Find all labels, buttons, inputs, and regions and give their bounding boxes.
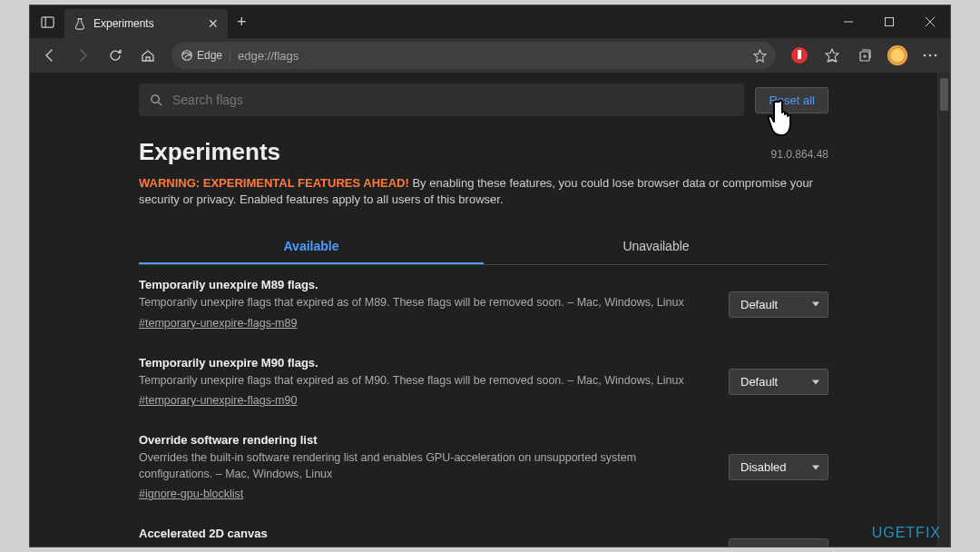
- svg-rect-4: [885, 18, 893, 26]
- maximize-button[interactable]: [868, 7, 909, 36]
- window-controls: [828, 7, 950, 36]
- extension-icon[interactable]: [785, 41, 814, 70]
- url-text: edge://flags: [238, 49, 746, 63]
- svg-point-12: [924, 54, 926, 57]
- reset-all-button[interactable]: Reset all: [755, 87, 828, 113]
- home-button[interactable]: [133, 41, 162, 70]
- close-window-button[interactable]: [909, 7, 950, 36]
- flag-list: Temporarily unexpire M89 flags.Temporari…: [139, 265, 828, 547]
- flag-state-select[interactable]: Default: [729, 369, 828, 395]
- watermark: UGETFIX: [872, 525, 941, 541]
- flag-state-select[interactable]: Default: [729, 291, 828, 318]
- tab-actions-icon[interactable]: [30, 15, 64, 29]
- scrollbar-thumb[interactable]: [940, 78, 948, 111]
- browser-window: Experiments ✕ + Edge edge://flags: [29, 5, 951, 547]
- flag-row: Accelerated 2D canvasEnables the use of …: [139, 514, 828, 547]
- back-button[interactable]: [35, 41, 64, 70]
- svg-point-13: [929, 54, 932, 57]
- favorites-icon[interactable]: [818, 41, 847, 70]
- flag-anchor-link[interactable]: #temporary-unexpire-flags-m90: [139, 394, 297, 407]
- scrollbar[interactable]: [937, 73, 950, 547]
- flag-row: Temporarily unexpire M89 flags.Temporari…: [139, 265, 828, 343]
- page-title: Experiments: [139, 138, 828, 166]
- flag-tabs: Available Unavailable: [139, 230, 828, 265]
- flag-row: Override software rendering listOverride…: [139, 420, 828, 514]
- flag-description: Overrides the built-in software renderin…: [139, 450, 710, 482]
- warning-text: WARNING: EXPERIMENTAL FEATURES AHEAD! By…: [139, 175, 828, 208]
- search-icon: [150, 94, 163, 107]
- addressbar[interactable]: Edge edge://flags: [172, 42, 776, 69]
- favorite-star-icon[interactable]: [753, 49, 767, 63]
- flag-state-select[interactable]: Disabled: [729, 454, 828, 480]
- page-content: Reset all Experiments 91.0.864.48 WARNIN…: [30, 73, 937, 547]
- flag-description: Temporarily unexpire flags that expired …: [139, 373, 710, 389]
- tab-close-button[interactable]: ✕: [208, 16, 219, 31]
- collections-icon[interactable]: [850, 41, 879, 70]
- warning-lead: WARNING: EXPERIMENTAL FEATURES AHEAD!: [139, 176, 409, 190]
- menu-button[interactable]: [916, 41, 945, 70]
- search-input[interactable]: [172, 93, 733, 107]
- new-tab-button[interactable]: +: [228, 13, 256, 32]
- tab-title: Experiments: [93, 17, 201, 30]
- search-flags-box[interactable]: [139, 84, 744, 116]
- toolbar: Edge edge://flags: [30, 38, 950, 73]
- edge-label: Edge: [197, 49, 222, 62]
- forward-button[interactable]: [68, 41, 97, 70]
- flag-state-select[interactable]: Enabled: [729, 538, 828, 547]
- flag-title: Temporarily unexpire M89 flags.: [139, 278, 710, 291]
- edge-badge: Edge: [181, 49, 230, 62]
- profile-avatar[interactable]: [883, 41, 912, 70]
- svg-line-16: [158, 102, 162, 105]
- svg-point-15: [152, 94, 159, 102]
- version-label: 91.0.864.48: [771, 148, 828, 161]
- flag-title: Temporarily unexpire M90 flags.: [139, 356, 710, 370]
- edge-icon: [181, 49, 193, 62]
- flag-title: Override software rendering list: [139, 433, 710, 447]
- tab-available[interactable]: Available: [139, 230, 484, 264]
- flag-anchor-link[interactable]: #temporary-unexpire-flags-m89: [139, 317, 297, 330]
- svg-rect-0: [41, 16, 53, 26]
- browser-tab[interactable]: Experiments ✕: [64, 9, 228, 38]
- flag-description: Temporarily unexpire flags that expired …: [139, 295, 710, 311]
- flask-icon: [74, 17, 86, 30]
- minimize-button[interactable]: [828, 7, 868, 36]
- titlebar: Experiments ✕ +: [30, 5, 950, 38]
- flag-row: Temporarily unexpire M90 flags.Temporari…: [139, 343, 828, 421]
- refresh-button[interactable]: [101, 41, 130, 70]
- flag-anchor-link[interactable]: #ignore-gpu-blocklist: [139, 488, 243, 500]
- flag-description: Enables the use of the GPU to perform 2d…: [139, 544, 710, 547]
- svg-point-14: [935, 54, 937, 57]
- flag-title: Accelerated 2D canvas: [139, 527, 710, 540]
- tab-unavailable[interactable]: Unavailable: [484, 230, 828, 264]
